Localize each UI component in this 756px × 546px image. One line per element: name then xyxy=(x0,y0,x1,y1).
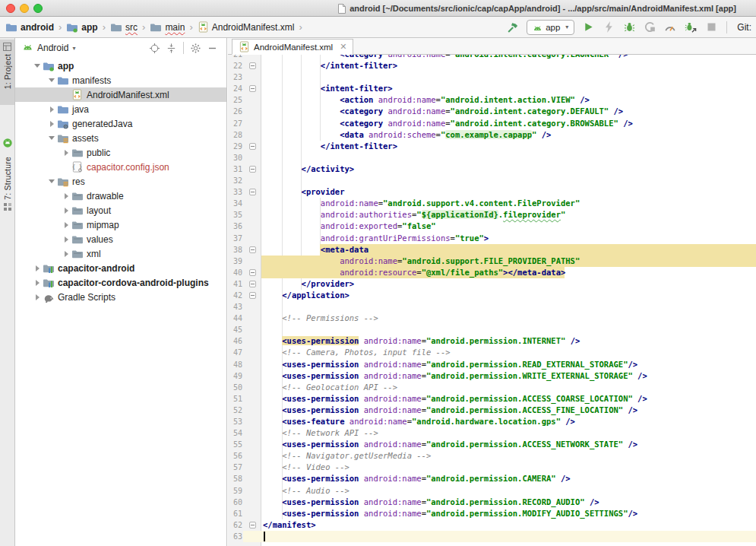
tree-expand-arrow[interactable] xyxy=(32,265,43,271)
code-text[interactable]: <uses-permission android:name="android.p… xyxy=(261,393,647,405)
code-text[interactable] xyxy=(261,324,263,335)
code-text[interactable]: </intent-filter> xyxy=(261,141,397,152)
fold-marker[interactable] xyxy=(242,519,261,531)
profiler-button[interactable] xyxy=(663,21,677,34)
fold-marker[interactable] xyxy=(242,60,261,71)
code-text[interactable]: </application> xyxy=(261,290,350,301)
code-text[interactable]: android:exported="false" xyxy=(261,221,436,232)
fold-marker[interactable] xyxy=(242,83,261,94)
code-text[interactable]: <category android:name="android.intent.c… xyxy=(261,106,623,117)
tree-item-public[interactable]: public xyxy=(15,145,226,160)
code-text[interactable]: android:name="android.support.v4.content… xyxy=(261,198,580,209)
tree-expand-arrow[interactable] xyxy=(61,236,71,243)
tree-item-xml[interactable]: xml xyxy=(15,246,226,261)
tree-item-layout[interactable]: layout xyxy=(15,203,226,217)
code-text[interactable] xyxy=(261,531,263,542)
tree-item-mipmap[interactable]: mipmap xyxy=(15,217,226,232)
code-text[interactable] xyxy=(261,152,263,163)
tree-collapse-arrow[interactable] xyxy=(32,64,43,68)
tree-item-generatedjava[interactable]: generatedJava xyxy=(15,116,226,131)
tree-item-java[interactable]: java xyxy=(15,102,226,116)
tree-expand-arrow[interactable] xyxy=(61,150,71,156)
fold-marker[interactable] xyxy=(242,141,261,152)
code-text[interactable]: <!-- Network API --> xyxy=(261,427,378,439)
code-text[interactable]: </manifest> xyxy=(261,519,316,531)
tree-expand-arrow[interactable] xyxy=(61,222,71,228)
fold-marker[interactable] xyxy=(242,186,261,198)
tab-androidmanifest[interactable]: AndroidManifest.xml ✕ xyxy=(232,39,353,55)
tree-collapse-arrow[interactable] xyxy=(46,78,57,82)
code-text[interactable]: <uses-permission android:name="android.p… xyxy=(261,359,637,370)
code-text[interactable]: <data android:scheme="com.example.capapp… xyxy=(261,129,551,141)
tree-expand-arrow[interactable] xyxy=(32,280,43,286)
fold-marker[interactable] xyxy=(242,290,261,301)
tree-item-values[interactable]: values xyxy=(15,232,226,246)
code-text[interactable]: android:resource="@xml/file_paths"></met… xyxy=(261,267,565,278)
code-text[interactable] xyxy=(261,175,263,186)
code-viewport[interactable]: 21 <category android:name="android.inten… xyxy=(228,55,756,546)
code-text[interactable]: <action android:name="android.intent.act… xyxy=(261,94,590,106)
tree-item-res[interactable]: res xyxy=(15,174,226,189)
collapse-all-button[interactable] xyxy=(165,42,178,55)
tree-item-drawable[interactable]: drawable xyxy=(15,189,226,203)
project-view-selector[interactable]: Android xyxy=(37,43,68,53)
breadcrumb-item-app[interactable]: app xyxy=(66,22,97,33)
tool-button-structure[interactable]: 7: Structure xyxy=(0,154,14,230)
breadcrumb-item-android[interactable]: android xyxy=(5,22,54,33)
code-text[interactable]: <uses-permission android:name="android.p… xyxy=(261,508,637,519)
tree-item-capacitor-cordova-android-plugins[interactable]: capacitor-cordova-android-plugins xyxy=(15,275,226,290)
code-text[interactable]: </provider> xyxy=(261,278,354,290)
code-text[interactable]: android:grantUriPermissions="true"> xyxy=(261,233,489,244)
tree-collapse-arrow[interactable] xyxy=(46,136,57,140)
tree-expand-arrow[interactable] xyxy=(46,106,57,113)
build-hammer[interactable] xyxy=(506,21,520,34)
code-text[interactable]: <uses-permission android:name="android.p… xyxy=(261,439,637,450)
tree-expand-arrow[interactable] xyxy=(61,251,71,257)
git-branch-widget[interactable]: Git: xyxy=(737,22,751,33)
hide-panel-button[interactable] xyxy=(206,42,219,55)
code-text[interactable] xyxy=(261,301,263,313)
code-text[interactable]: <!-- Video --> xyxy=(261,462,350,473)
tree-collapse-arrow[interactable] xyxy=(46,179,57,183)
tree-item-gradle-scripts[interactable]: Gradle Scripts xyxy=(15,290,226,304)
code-text[interactable]: <!-- Camera, Photos, input file --> xyxy=(261,347,451,358)
code-text[interactable]: <!-- Navigator.getUserMedia --> xyxy=(261,450,431,462)
code-text[interactable]: <meta-data xyxy=(261,244,369,256)
breadcrumb-item-src[interactable]: src xyxy=(110,22,138,33)
close-tab-icon[interactable]: ✕ xyxy=(340,42,346,52)
green-android-icon[interactable] xyxy=(2,138,13,148)
gear-icon[interactable] xyxy=(189,42,202,55)
tree-expand-arrow[interactable] xyxy=(61,193,71,199)
close-window-button[interactable] xyxy=(6,4,15,13)
code-text[interactable]: <uses-feature android:name="android.hard… xyxy=(261,416,575,427)
code-text[interactable]: <!-- Audio --> xyxy=(261,485,350,497)
code-text[interactable]: <uses-permission android:name="android.p… xyxy=(261,473,571,484)
fold-marker[interactable] xyxy=(242,244,261,256)
code-text[interactable] xyxy=(261,71,263,83)
code-text[interactable]: android:name="android.support.FILE_PROVI… xyxy=(261,256,580,267)
code-text[interactable]: <!-- Permissions --> xyxy=(261,313,378,324)
tree-item-app[interactable]: app xyxy=(15,59,226,73)
code-text[interactable]: <!-- Geolocation API --> xyxy=(261,382,397,393)
tree-item-manifests[interactable]: manifests xyxy=(15,73,226,87)
zoom-window-button[interactable] xyxy=(33,4,43,13)
tree-item-androidmanifest-xml[interactable]: AndroidManifest.xml xyxy=(15,87,226,102)
code-text[interactable]: <uses-permission android:name="android.p… xyxy=(261,370,647,382)
run-configuration-selector[interactable]: app▾ xyxy=(527,20,574,35)
tree-expand-arrow[interactable] xyxy=(46,121,57,127)
run-button[interactable] xyxy=(581,21,595,34)
code-text[interactable]: <provider xyxy=(261,186,344,198)
code-text[interactable]: <category android:name="android.intent.c… xyxy=(261,55,628,60)
code-text[interactable]: <intent-filter> xyxy=(261,83,393,94)
debug-button[interactable] xyxy=(622,21,636,34)
minimize-window-button[interactable] xyxy=(20,4,29,13)
code-text[interactable]: </activity> xyxy=(261,163,354,175)
tree-expand-arrow[interactable] xyxy=(61,208,71,214)
attach-debugger[interactable] xyxy=(684,21,697,34)
fold-marker[interactable] xyxy=(242,267,261,278)
code-text[interactable]: <uses-permission android:name="android.p… xyxy=(261,497,599,508)
code-text[interactable]: <uses-permission android:name="android.p… xyxy=(261,335,580,347)
tool-button-project[interactable]: 1: Project xyxy=(0,40,14,105)
code-text[interactable]: <uses-permission android:name="android.p… xyxy=(261,405,637,416)
code-text[interactable]: <category android:name="android.intent.c… xyxy=(261,118,633,129)
